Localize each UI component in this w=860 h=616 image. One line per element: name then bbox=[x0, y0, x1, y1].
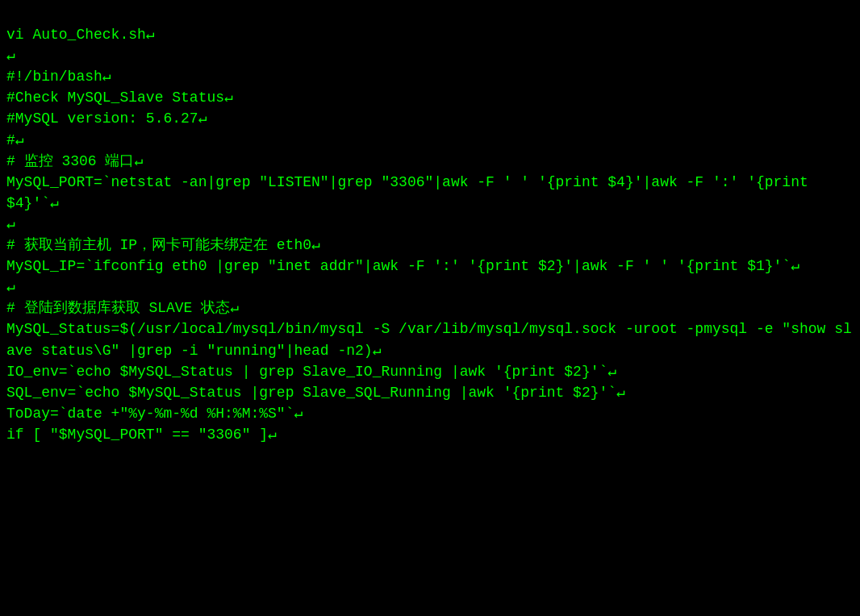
terminal-line: #Check MySQL_Slave Status↵ bbox=[6, 87, 854, 108]
terminal-line: ↵ bbox=[6, 214, 854, 235]
terminal-line: MySQL_PORT=`netstat -an|grep "LISTEN"|gr… bbox=[6, 172, 854, 214]
terminal-line: # 登陆到数据库获取 SLAVE 状态↵ bbox=[6, 298, 854, 318]
terminal-line: MySQL_IP=`ifconfig eth0 |grep "inet addr… bbox=[6, 256, 854, 277]
terminal-line: SQL_env=`echo $MySQL_Status |grep Slave_… bbox=[6, 382, 854, 403]
terminal-line: if [ "$MySQL_PORT" == "3306" ]↵ bbox=[6, 424, 854, 445]
terminal-line: #MySQL version: 5.6.27↵ bbox=[6, 108, 854, 129]
terminal-line: #↵ bbox=[6, 130, 854, 151]
terminal-line: # 获取当前主机 IP，网卡可能未绑定在 eth0↵ bbox=[6, 235, 854, 256]
terminal-line: ↵ bbox=[6, 277, 854, 298]
terminal-line: #!/bin/bash↵ bbox=[6, 66, 854, 87]
terminal-line: vi Auto_Check.sh↵ bbox=[6, 24, 854, 45]
terminal-output: vi Auto_Check.sh↵↵#!/bin/bash↵#Check MyS… bbox=[6, 3, 854, 445]
terminal-line: ToDay=`date +"%y-%m-%d %H:%M:%S"`↵ bbox=[6, 403, 854, 424]
terminal-line: MySQL_Status=$(/usr/local/mysql/bin/mysq… bbox=[6, 318, 854, 360]
terminal-line: ↵ bbox=[6, 45, 854, 66]
terminal-line: IO_env=`echo $MySQL_Status | grep Slave_… bbox=[6, 361, 854, 382]
terminal-line: # 监控 3306 端口↵ bbox=[6, 151, 854, 172]
